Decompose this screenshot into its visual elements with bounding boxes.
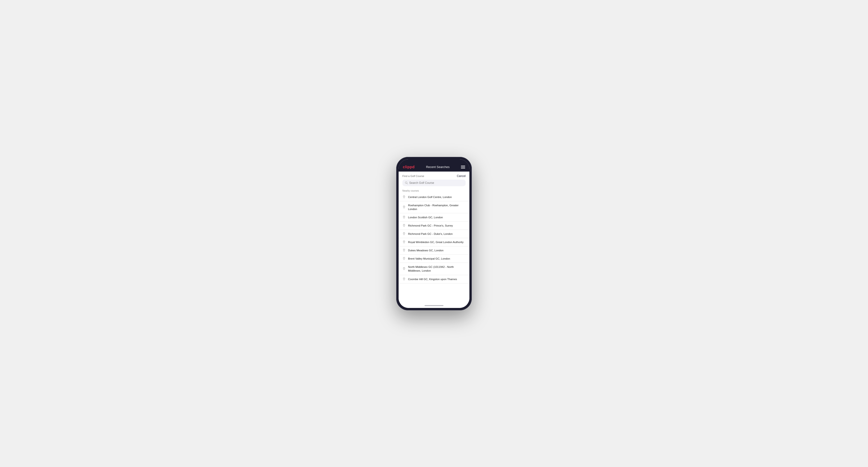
search-input[interactable] (409, 181, 463, 185)
pin-icon (402, 206, 406, 209)
list-item[interactable]: Richmond Park GC - Prince's, Surrey (399, 222, 469, 230)
svg-point-5 (404, 225, 404, 225)
course-name: Coombe Hill GC, Kingston upon Thames (408, 277, 457, 281)
search-bar (402, 180, 466, 186)
pin-icon (402, 249, 406, 252)
list-item[interactable]: Roehampton Club - Roehampton, Greater Lo… (399, 201, 469, 213)
status-bar (399, 159, 469, 163)
svg-point-8 (404, 250, 404, 250)
search-icon (405, 181, 408, 184)
list-item[interactable]: Coombe Hill GC, Kingston upon Thames (399, 275, 469, 283)
svg-point-2 (404, 196, 404, 196)
app-logo: clippd (403, 165, 415, 169)
find-label: Find a Golf Course (402, 175, 424, 178)
pin-icon (402, 232, 406, 236)
course-name: Central London Golf Centre, London (408, 195, 452, 199)
list-item[interactable]: Central London Golf Centre, London (399, 193, 469, 201)
pin-icon (402, 267, 406, 271)
list-item[interactable]: North Middlesex GC (1011942 - North Midd… (399, 263, 469, 275)
cancel-button[interactable]: Cancel (457, 175, 466, 178)
pin-icon (402, 224, 406, 227)
svg-point-6 (404, 233, 404, 234)
list-item[interactable]: Royal Wimbledon GC, Great London Authori… (399, 238, 469, 246)
phone-screen: clippd Recent Searches Find a Golf Cours… (399, 159, 469, 308)
svg-point-10 (404, 268, 404, 269)
nav-title: Recent Searches (426, 165, 450, 169)
pin-icon (402, 278, 406, 281)
svg-point-3 (404, 206, 404, 207)
svg-point-11 (404, 278, 404, 279)
course-name: London Scottish GC, London (408, 215, 443, 219)
home-indicator (399, 304, 469, 308)
home-bar (425, 305, 443, 306)
course-name: Brent Valley Municipal GC, London (408, 257, 450, 260)
list-item[interactable]: London Scottish GC, London (399, 213, 469, 222)
course-name: North Middlesex GC (1011942 - North Midd… (408, 265, 466, 273)
svg-point-9 (404, 258, 404, 258)
course-name: Dukes Meadows GC, London (408, 248, 443, 252)
nearby-section-label: Nearby courses (399, 189, 469, 193)
list-item[interactable]: Brent Valley Municipal GC, London (399, 255, 469, 263)
svg-point-4 (404, 216, 404, 217)
content-area: Find a Golf Course Cancel Nearby courses… (399, 172, 469, 308)
course-name: Richmond Park GC - Duke's, London (408, 232, 453, 236)
pin-icon (402, 241, 406, 244)
svg-line-1 (407, 183, 408, 184)
list-item[interactable]: Dukes Meadows GC, London (399, 246, 469, 255)
phone-device: clippd Recent Searches Find a Golf Cours… (396, 157, 472, 310)
pin-icon (402, 257, 406, 260)
course-name: Richmond Park GC - Prince's, Surrey (408, 224, 453, 227)
course-name: Roehampton Club - Roehampton, Greater Lo… (408, 204, 466, 211)
find-header: Find a Golf Course Cancel (399, 172, 469, 180)
pin-icon (402, 195, 406, 199)
navigation-bar: clippd Recent Searches (399, 163, 469, 172)
courses-list: Central London Golf Centre, London Roeha… (399, 193, 469, 304)
course-name: Royal Wimbledon GC, Great London Authori… (408, 240, 464, 244)
svg-point-7 (404, 241, 404, 242)
menu-icon[interactable] (461, 166, 465, 168)
list-item[interactable]: Richmond Park GC - Duke's, London (399, 230, 469, 238)
pin-icon (402, 216, 406, 219)
